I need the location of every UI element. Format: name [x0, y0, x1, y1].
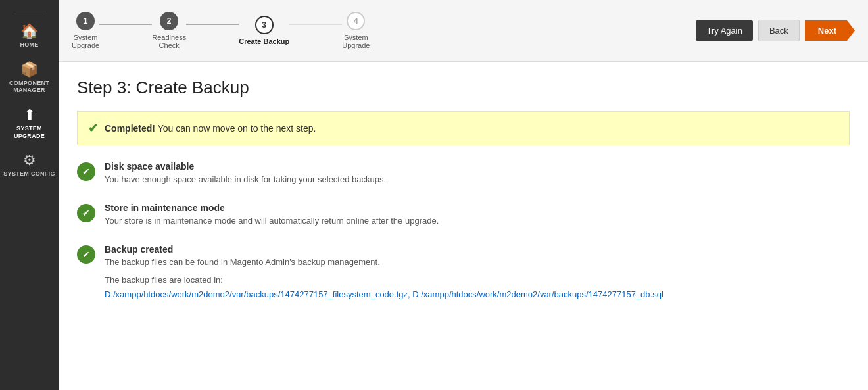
stepper-bar: 1 SystemUpgrade 2 ReadinessCheck 3 Creat…: [59, 0, 868, 62]
check-desc-disk: You have enough space available in disk …: [105, 174, 386, 184]
system-config-icon: ⚙: [23, 153, 36, 168]
step-1-circle: 1: [76, 12, 95, 30]
check-item-backup: ✔ Backup created The backup files can be…: [77, 244, 850, 299]
check-title-backup: Backup created: [105, 244, 663, 255]
connector-3-4: [289, 24, 342, 25]
alert-text: You can now move on to the next step.: [155, 123, 316, 134]
step-4: 4 SystemUpgrade: [342, 12, 370, 49]
check-icon-disk: ✔: [77, 162, 95, 181]
step-3-label: Create Backup: [239, 37, 289, 45]
sidebar-item-home[interactable]: 🏠 HOME: [0, 18, 59, 56]
connector-1-2: [99, 24, 152, 25]
page-title: Step 3: Create Backup: [77, 78, 850, 98]
check-item-maintenance: ✔ Store in maintenance mode Your store i…: [77, 203, 850, 226]
home-icon: 🏠: [20, 24, 38, 39]
step-1: 1 SystemUpgrade: [72, 12, 99, 49]
sidebar: 🏠 HOME 📦 COMPONENT MANAGER ⬆ SYSTEM UPGR…: [0, 0, 59, 390]
sidebar-item-system-config[interactable]: ⚙ SYSTEM CONFIG: [0, 147, 59, 185]
sidebar-label-system-upgrade: SYSTEM UPGRADE: [3, 125, 56, 140]
page-content: Step 3: Create Backup ✔ Completed! You c…: [59, 62, 868, 333]
success-alert: ✔ Completed! You can now move on to the …: [77, 111, 850, 145]
step-2: 2 ReadinessCheck: [152, 12, 186, 49]
sidebar-divider: [12, 12, 47, 12]
try-again-button[interactable]: Try Again: [696, 20, 752, 41]
system-upgrade-icon: ⬆: [24, 108, 36, 122]
backup-files-label: The backup files are located in:: [105, 275, 663, 285]
sidebar-label-system-config: SYSTEM CONFIG: [3, 170, 55, 178]
backup-files-section: The backup files are located in: D:/xamp…: [105, 275, 663, 299]
back-button[interactable]: Back: [758, 20, 800, 41]
check-desc-maintenance: Your store is in maintenance mode and wi…: [105, 216, 439, 226]
sidebar-label-component-manager: COMPONENT MANAGER: [3, 80, 56, 95]
alert-bold: Completed!: [105, 123, 155, 134]
backup-files-link[interactable]: D:/xampp/htdocs/work/m2demo2/var/backups…: [105, 289, 663, 299]
next-button[interactable]: Next: [805, 20, 855, 41]
check-content-backup: Backup created The backup files can be f…: [105, 244, 663, 299]
step-1-label: SystemUpgrade: [72, 34, 99, 49]
check-content-maintenance: Store in maintenance mode Your store is …: [105, 203, 439, 226]
component-manager-icon: 📦: [20, 62, 38, 77]
check-title-maintenance: Store in maintenance mode: [105, 203, 439, 213]
main-content: 1 SystemUpgrade 2 ReadinessCheck 3 Creat…: [59, 0, 868, 390]
sidebar-label-home: HOME: [20, 41, 38, 49]
check-desc-backup: The backup files can be found in Magento…: [105, 257, 663, 267]
stepper-buttons: Try Again Back Next: [696, 20, 855, 41]
check-icon-maintenance: ✔: [77, 204, 95, 222]
step-2-circle: 2: [160, 12, 178, 30]
step-2-label: ReadinessCheck: [152, 34, 186, 49]
check-title-disk: Disk space available: [105, 161, 386, 172]
sidebar-item-component-manager[interactable]: 📦 COMPONENT MANAGER: [0, 56, 59, 101]
alert-check-icon: ✔: [88, 121, 98, 135]
step-3: 3 Create Backup: [239, 16, 289, 45]
check-icon-backup: ✔: [77, 245, 95, 264]
alert-message: Completed! You can now move on to the ne…: [105, 123, 316, 134]
steps-container: 1 SystemUpgrade 2 ReadinessCheck 3 Creat…: [72, 12, 696, 49]
connector-2-3: [186, 24, 239, 25]
step-4-label: SystemUpgrade: [342, 34, 370, 49]
check-item-disk-space: ✔ Disk space available You have enough s…: [77, 161, 850, 184]
step-4-circle: 4: [347, 12, 365, 30]
sidebar-item-system-upgrade[interactable]: ⬆ SYSTEM UPGRADE: [0, 101, 59, 147]
check-content-disk: Disk space available You have enough spa…: [105, 161, 386, 184]
step-3-circle: 3: [255, 16, 274, 34]
